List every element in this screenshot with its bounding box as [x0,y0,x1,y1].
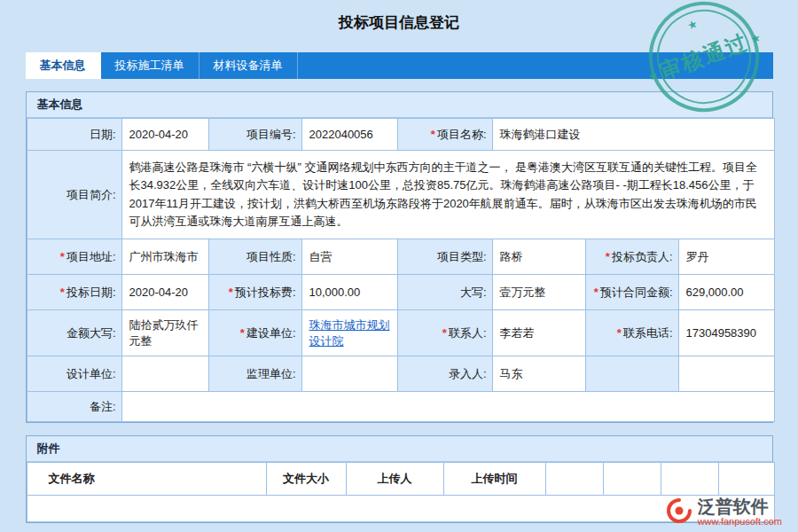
required-mark: * [240,326,245,340]
brand-url[interactable]: www.fanpusoft.com [698,516,782,527]
page-title: 投标项目信息登记 [0,12,798,33]
tab-basic-info[interactable]: 基本信息 [26,52,101,79]
tab-bid-construction-list[interactable]: 投标施工清单 [101,52,200,79]
attach-header-empty [545,463,603,496]
required-mark: * [606,250,610,263]
construction-unit-label: *建设单位: [208,310,301,356]
field-label: 项目编号: [246,128,296,141]
main-content: 基本信息 投标施工清单 材料设备清单 基本信息 日期: 2020-04-20 项… [26,52,773,523]
fee-in-words-label: 大写: [397,275,492,310]
project-intro-value: 鹤港高速公路是珠海市 “六横十纵” 交通网络规划中东西方向的主干道之一， 是粤港… [121,151,774,239]
estimated-contract-amount-value: 629,000.00 [678,275,774,310]
required-mark: * [442,326,447,340]
field-label: 项目简介: [66,188,116,201]
footer-brand: 泛普软件 www.fanpusoft.com [667,497,782,527]
field-label: 监理单位: [246,367,296,380]
tab-bar: 基本信息 投标施工清单 材料设备清单 [26,52,773,79]
bid-leader-label: *投标负责人: [585,239,678,275]
estimated-bid-fee-value: 10,000.00 [301,275,397,310]
attach-header-file-size: 文件大小 [266,463,346,496]
contact-phone-label: *联系电话: [585,310,678,356]
table-row: 文件名称 文件大小 上传人 上传时间 [27,463,774,496]
table-row: *投标日期: 2020-04-20 *预计投标费: 10,000.00 大写: … [27,275,774,310]
field-label: 日期: [90,128,116,141]
estimated-contract-amount-label: *预计合同金额: [585,275,678,310]
required-mark: * [229,286,233,299]
bid-date-label: *投标日期: [27,275,121,310]
field-label: 项目类型: [437,250,487,263]
field-label: 预计合同金额: [600,286,673,299]
attach-header-empty [661,463,718,496]
table-row: 设计单位: 监理单位: 录入人: 马东 [27,356,774,392]
project-nature-value: 自营 [301,239,397,275]
attachments-table: 文件名称 文件大小 上传人 上传时间 [27,462,775,522]
table-row [27,496,774,522]
fee-in-words-value: 壹万元整 [492,275,585,310]
project-name-value: 珠海鹤港口建设 [492,119,774,151]
project-nature-label: 项目性质: [208,239,301,275]
required-mark: * [431,128,435,141]
table-row: 日期: 2020-04-20 项目编号: 2022040056 *项目名称: 珠… [27,119,774,151]
project-address-label: *项目地址: [27,239,121,275]
date-label: 日期: [27,119,121,151]
tab-material-equipment-list[interactable]: 材料设备清单 [200,52,298,79]
project-no-value: 2022040056 [301,119,397,151]
project-no-label: 项目编号: [208,119,301,151]
supervision-unit-value [301,356,397,392]
required-mark: * [60,250,65,263]
field-label: 大写: [460,286,487,299]
required-mark: * [60,286,65,299]
field-label: 预计投标费: [235,286,296,299]
field-label: 备注: [90,400,116,413]
attachments-panel: 附件 文件名称 文件大小 上传人 上传时间 [26,435,773,523]
amount-in-words-label: 金额大写: [27,310,121,356]
table-row: 备注: [27,392,774,422]
table-row: 项目简介: 鹤港高速公路是珠海市 “六横十纵” 交通网络规划中东西方向的主干道之… [27,151,774,239]
supervision-unit-label: 监理单位: [208,356,301,392]
project-address-value: 广州市珠海市 [121,239,208,275]
basic-info-table: 日期: 2020-04-20 项目编号: 2022040056 *项目名称: 珠… [27,118,775,422]
field-label: 联系电话: [623,326,673,340]
table-row: *项目地址: 广州市珠海市 项目性质: 自营 项目类型: 路桥 *投标负责人: … [27,239,774,275]
bid-date-value: 2020-04-20 [121,275,208,310]
project-intro-label: 项目简介: [27,151,121,239]
contact-person-value: 李若若 [492,310,585,356]
field-label: 投标负责人: [612,250,673,263]
entry-person-label: 录入人: [397,356,492,392]
bid-leader-value: 罗丹 [678,239,774,275]
required-mark: * [594,286,598,299]
remark-label: 备注: [27,392,121,422]
brand-text: 泛普软件 www.fanpusoft.com [698,497,782,527]
entry-person-value: 马东 [492,356,585,392]
empty-label-cell [585,356,678,392]
contact-phone-value: 17304958390 [678,310,774,356]
remark-value [121,392,774,422]
attach-header-empty [603,463,661,496]
project-name-label: *项目名称: [397,119,492,151]
construction-unit-value: 珠海市城市规划设计院 [301,310,397,356]
basic-info-section-title: 基本信息 [27,92,772,118]
project-type-value: 路桥 [492,239,585,275]
attachments-empty-row [27,496,774,522]
attach-header-empty [718,463,774,496]
field-label: 建设单位: [246,326,296,340]
design-unit-value [121,356,208,392]
amount-in-words-value: 陆拾贰万玖仟元整 [121,310,208,356]
field-label: 项目性质: [246,250,296,263]
attachments-section-title: 附件 [27,436,772,462]
fanpu-logo-icon [667,498,692,527]
field-label: 项目名称: [437,128,487,141]
attach-header-uploader: 上传人 [346,463,443,496]
field-label: 联系人: [449,326,487,340]
field-label: 投标日期: [66,286,116,299]
field-label: 金额大写: [66,326,116,340]
field-label: 项目地址: [66,250,116,263]
field-label: 设计单位: [66,367,116,380]
date-value: 2020-04-20 [121,119,208,151]
brand-name: 泛普软件 [698,497,782,516]
design-unit-label: 设计单位: [27,356,121,392]
construction-unit-link[interactable]: 珠海市城市规划设计院 [309,318,390,348]
estimated-bid-fee-label: *预计投标费: [208,275,301,310]
basic-info-panel: 基本信息 日期: 2020-04-20 项目编号: 2022040056 *项目… [26,91,773,423]
contact-person-label: *联系人: [397,310,492,356]
